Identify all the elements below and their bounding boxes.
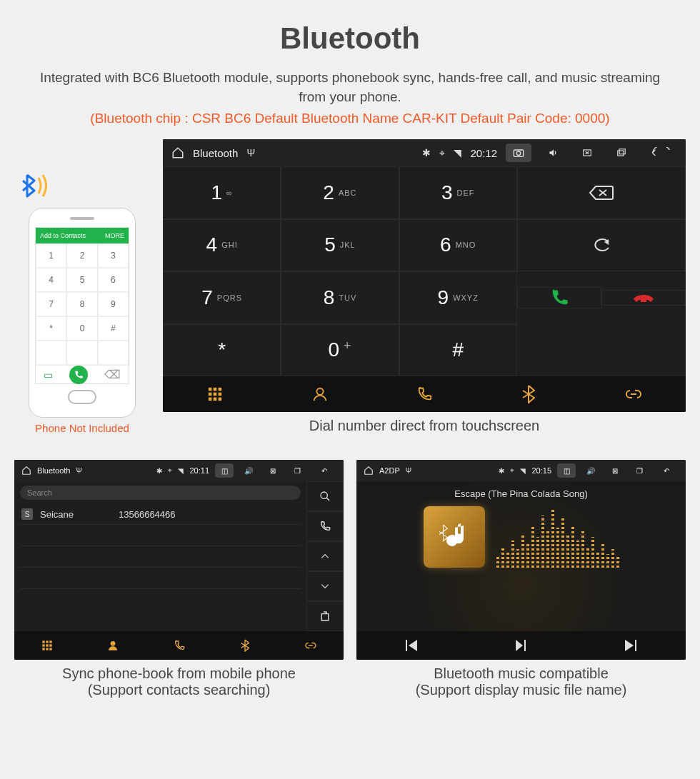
dialer-keypad: 1∞ 2ABC 3DEF 4GHI 5JKL 6MNO 7PQRS 8TUV 9…	[163, 166, 517, 376]
next-track-button[interactable]	[576, 631, 686, 660]
back-button[interactable]: ↶	[312, 463, 336, 478]
nav-bluetooth-icon[interactable]	[212, 631, 278, 660]
status-time: 20:15	[531, 466, 551, 475]
phone-mock-dial-icon	[69, 366, 88, 384]
volume-button[interactable]: 🔊	[581, 463, 600, 478]
svg-rect-6	[214, 388, 217, 391]
nav-recent-calls-icon[interactable]	[146, 631, 211, 660]
key-1[interactable]: 1∞	[163, 166, 281, 219]
side-search-icon[interactable]	[306, 481, 344, 511]
side-up-icon[interactable]	[306, 541, 344, 571]
status-time: 20:12	[470, 147, 497, 159]
svg-point-14	[316, 388, 323, 395]
svg-rect-18	[49, 641, 51, 643]
svg-rect-12	[214, 398, 217, 401]
home-icon[interactable]	[21, 466, 31, 476]
volume-button[interactable]: 🔊	[239, 463, 258, 478]
usb-icon: Ψ	[406, 467, 411, 475]
nav-bluetooth-icon[interactable]	[476, 376, 581, 412]
key-2[interactable]: 2ABC	[281, 166, 399, 219]
svg-rect-7	[219, 388, 222, 391]
screenshot-button[interactable]: ◫	[557, 463, 576, 478]
svg-rect-9	[214, 393, 217, 396]
svg-rect-10	[219, 393, 222, 396]
key-star[interactable]: *	[163, 324, 281, 377]
svg-rect-13	[219, 398, 222, 401]
hangup-button[interactable]	[601, 290, 686, 306]
contacts-title: Bluetooth	[37, 466, 70, 475]
music-device: A2DP Ψ ✱⌖◥ 20:15 ◫ 🔊 ⊠ ❐ ↶ Escape (The P…	[356, 460, 686, 660]
svg-point-1	[516, 151, 520, 155]
usb-icon: Ψ	[76, 467, 81, 475]
bluetooth-status-icon: ✱	[422, 147, 431, 159]
home-icon[interactable]	[171, 146, 184, 159]
contact-badge: S	[21, 508, 33, 520]
back-button[interactable]	[643, 144, 677, 162]
screenshot-button[interactable]	[506, 144, 531, 162]
key-6[interactable]: 6MNO	[399, 219, 517, 272]
recent-apps-button[interactable]: ❐	[288, 463, 306, 478]
album-art-icon	[424, 506, 485, 568]
contact-row[interactable]: S Seicane 13566664466	[20, 504, 301, 525]
svg-rect-17	[46, 641, 48, 643]
contact-number: 13566664466	[119, 509, 176, 520]
usb-icon: Ψ	[246, 147, 255, 159]
key-8[interactable]: 8TUV	[281, 271, 399, 324]
key-9[interactable]: 9WXYZ	[399, 271, 517, 324]
contacts-search-input[interactable]: Search	[20, 486, 301, 500]
volume-button[interactable]	[540, 144, 566, 162]
svg-rect-4	[619, 149, 625, 154]
svg-rect-20	[46, 645, 48, 647]
page-title: Bluetooth	[14, 21, 686, 56]
close-app-button[interactable]: ⊠	[606, 463, 624, 478]
svg-point-25	[111, 641, 116, 646]
contact-name: Seicane	[40, 509, 111, 520]
svg-rect-23	[46, 648, 48, 650]
side-delete-icon[interactable]	[306, 601, 344, 631]
music-caption-2: (Support display music file name)	[356, 682, 686, 698]
bluetooth-spec-line: (Bluetooth chip : CSR BC6 Default Blueto…	[14, 111, 686, 126]
phone-mock-keypad: 123 456 789 *0#	[36, 243, 129, 365]
page-description: Integrated with BC6 Bluetooth module, su…	[36, 69, 664, 106]
back-button[interactable]: ↶	[654, 463, 679, 478]
contacts-device: Bluetooth Ψ ✱⌖◥ 20:11 ◫ 🔊 ⊠ ❐ ↶ Search S	[14, 460, 344, 660]
nav-contacts-icon[interactable]	[267, 376, 371, 412]
nav-dialpad-icon[interactable]	[14, 631, 80, 660]
nav-dialpad-icon[interactable]	[163, 376, 267, 412]
key-hash[interactable]: #	[399, 324, 517, 377]
nav-contacts-icon[interactable]	[80, 631, 146, 660]
close-app-button[interactable]: ⊠	[264, 463, 282, 478]
phone-body: Add to Contacts MORE 123 456 789 *0# ▭	[29, 208, 136, 418]
nav-pair-icon[interactable]	[581, 376, 686, 412]
key-4[interactable]: 4GHI	[163, 219, 281, 272]
svg-rect-16	[42, 641, 44, 643]
key-3[interactable]: 3DEF	[399, 166, 517, 219]
close-app-button[interactable]	[574, 144, 600, 162]
key-0[interactable]: 0+	[281, 324, 399, 377]
redial-button[interactable]	[517, 219, 686, 272]
recent-apps-button[interactable]: ❐	[630, 463, 649, 478]
recent-apps-button[interactable]	[609, 144, 634, 162]
dialer-caption: Dial number direct from touchscreen	[163, 418, 686, 434]
svg-rect-5	[209, 388, 212, 391]
prev-track-button[interactable]	[356, 631, 466, 660]
bluetooth-signal-icon	[14, 168, 150, 203]
wifi-icon: ◥	[454, 147, 461, 159]
backspace-button[interactable]	[517, 166, 686, 219]
dialer-status-bar: Bluetooth Ψ ✱ ⌖ ◥ 20:12	[163, 139, 686, 166]
phone-not-included-caption: Phone Not Included	[14, 422, 150, 434]
key-5[interactable]: 5JKL	[281, 219, 399, 272]
nav-pair-icon[interactable]	[278, 631, 344, 660]
side-down-icon[interactable]	[306, 571, 344, 601]
key-7[interactable]: 7PQRS	[163, 271, 281, 324]
nav-recent-calls-icon[interactable]	[372, 376, 476, 412]
screenshot-button[interactable]: ◫	[215, 463, 234, 478]
play-pause-button[interactable]	[466, 631, 576, 660]
contacts-caption-1: Sync phone-book from mobile phone	[14, 665, 344, 682]
home-icon[interactable]	[364, 466, 374, 476]
side-call-icon[interactable]	[306, 511, 344, 541]
call-button[interactable]	[517, 287, 601, 308]
svg-rect-11	[209, 398, 212, 401]
svg-rect-3	[618, 151, 624, 156]
svg-rect-8	[209, 393, 212, 396]
